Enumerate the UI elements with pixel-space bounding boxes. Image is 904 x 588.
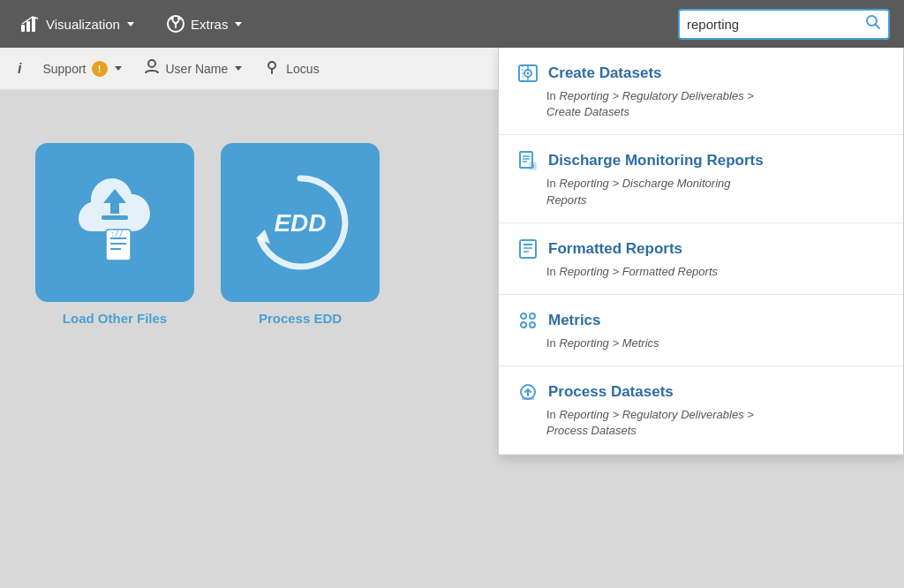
result-header: Process Datasets: [516, 381, 885, 403]
tile-label-load-files: Load Other Files: [63, 311, 167, 326]
result-title-process-datasets: Process Datasets: [548, 383, 674, 401]
search-result-process-datasets[interactable]: Process Datasets In Reporting > Regulato…: [499, 366, 903, 454]
svg-text:EDD: EDD: [274, 209, 326, 237]
svg-point-31: [148, 60, 155, 67]
svg-point-32: [268, 62, 275, 69]
svg-rect-34: [102, 215, 128, 220]
svg-rect-20: [520, 240, 536, 258]
svg-point-25: [530, 313, 535, 319]
dataset-icon: [516, 62, 539, 85]
svg-rect-1: [26, 21, 30, 32]
support-nav-item[interactable]: Support !: [42, 61, 121, 77]
tile-icon-process-edd: EDD: [221, 143, 380, 302]
visualization-icon: [21, 14, 41, 34]
svg-text:://: ://: [110, 230, 124, 238]
locus-label: Locus: [286, 62, 319, 76]
search-dropdown: Create Datasets In Reporting > Regulator…: [498, 48, 904, 456]
support-label: Support: [42, 62, 86, 76]
svg-rect-2: [32, 18, 35, 32]
result-title-metrics: Metrics: [548, 312, 601, 329]
result-header: Metrics: [516, 309, 885, 332]
visualization-nav-item[interactable]: Visualization: [14, 9, 141, 39]
result-header: Create Datasets: [516, 62, 885, 85]
svg-point-26: [521, 322, 526, 328]
tile-load-other-files[interactable]: :// Load Other Files: [35, 143, 194, 326]
metrics-icon: [516, 309, 539, 332]
result-title-formatted: Formatted Reports: [548, 240, 682, 258]
user-label: User Name: [166, 62, 229, 76]
svg-rect-30: [522, 397, 534, 400]
process-dataset-icon: [516, 381, 539, 403]
extras-nav-item[interactable]: Extras: [159, 9, 250, 39]
result-path-create-datasets: In Reporting > Regulatory Deliverables >…: [516, 88, 885, 120]
svg-point-12: [527, 72, 530, 75]
support-chevron-icon: [115, 66, 122, 71]
search-icon[interactable]: [865, 14, 881, 34]
svg-point-24: [521, 313, 526, 319]
svg-point-4: [170, 17, 174, 20]
extras-label: Extras: [191, 17, 229, 32]
result-path-metrics: In Reporting > Metrics: [516, 335, 885, 351]
svg-point-27: [530, 322, 535, 328]
report-icon: [516, 149, 539, 172]
result-path-process-datasets: In Reporting > Regulatory Deliverables >…: [516, 407, 885, 439]
svg-rect-17: [530, 162, 536, 170]
svg-line-7: [876, 24, 880, 28]
search-input[interactable]: [687, 17, 862, 32]
svg-point-5: [177, 17, 181, 20]
tile-process-edd[interactable]: EDD Process EDD: [221, 143, 380, 326]
search-result-metrics[interactable]: Metrics In Reporting > Metrics: [499, 295, 903, 366]
visualization-label: Visualization: [46, 17, 120, 32]
tile-icon-load-files: ://: [35, 143, 194, 302]
support-badge: !: [92, 61, 108, 77]
result-header: Formatted Reports: [516, 237, 885, 260]
locus-icon: [263, 58, 281, 79]
user-nav-item[interactable]: User Name: [143, 57, 243, 79]
formatted-report-icon: [516, 237, 539, 260]
search-result-discharge-monitoring[interactable]: Discharge Monitoring Reports In Reportin…: [499, 135, 903, 222]
visualization-chevron-icon: [127, 22, 134, 26]
info-icon: i: [18, 61, 21, 77]
search-result-create-datasets[interactable]: Create Datasets In Reporting > Regulator…: [499, 48, 903, 135]
locus-nav-item[interactable]: Locus: [263, 58, 319, 79]
svg-rect-0: [21, 25, 25, 32]
extras-icon: [166, 14, 185, 34]
user-chevron-icon: [235, 66, 242, 71]
tile-label-process-edd: Process EDD: [259, 311, 342, 326]
search-result-formatted-reports[interactable]: Formatted Reports In Reporting > Formatt…: [499, 223, 903, 295]
result-title-create-datasets: Create Datasets: [548, 64, 662, 82]
top-navigation: Visualization Extras: [0, 0, 904, 48]
result-path-discharge: In Reporting > Discharge MonitoringRepor…: [516, 176, 885, 207]
result-header: Discharge Monitoring Reports: [516, 149, 885, 172]
info-item[interactable]: i: [18, 61, 21, 77]
person-icon: [143, 57, 161, 79]
extras-chevron-icon: [235, 22, 242, 26]
search-box[interactable]: [678, 9, 890, 40]
result-path-formatted: In Reporting > Formatted Reports: [516, 264, 885, 280]
result-title-discharge: Discharge Monitoring Reports: [548, 152, 764, 170]
